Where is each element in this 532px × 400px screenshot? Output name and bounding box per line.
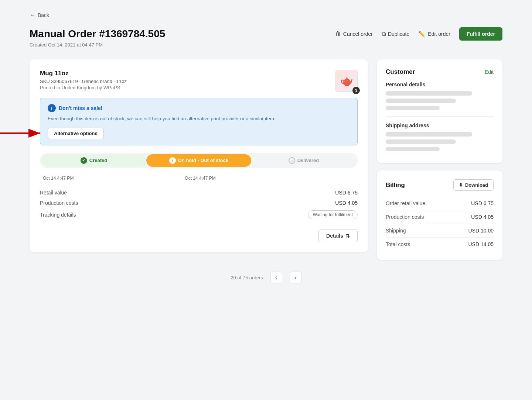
shipping-address-label: Shipping address (386, 123, 494, 128)
production-cost-row: Production costs USD 4.05 (40, 200, 358, 206)
billing-rows: Order retail value USD 6.75 Production c… (386, 197, 494, 251)
customer-card: Customer Edit Personal details Shipping … (377, 59, 502, 163)
personal-detail-3 (386, 106, 440, 110)
status-step-created: ✓ Created (41, 154, 146, 167)
product-sku: SKU 3395067619 · Generic brand · 11oz (40, 79, 127, 84)
details-label: Details (326, 233, 343, 239)
download-button[interactable]: ⬇ Download (453, 179, 494, 191)
billing-title: Billing (386, 182, 405, 189)
step1-label: Created (89, 158, 107, 163)
product-info: Mug 11oz SKU 3395067619 · Generic brand … (40, 70, 127, 90)
product-name: Mug 11oz (40, 70, 127, 77)
production-value: USD 4.05 (335, 200, 358, 206)
cancel-order-button[interactable]: 🗑 Cancel order (335, 31, 373, 37)
step3-label: Delivered (297, 158, 319, 163)
order-title: Manual Order #1369784.505 (30, 28, 165, 40)
alert-title: Don't miss a sale! (59, 105, 102, 111)
personal-detail-2 (386, 99, 456, 103)
annotation-arrow (0, 128, 44, 139)
info-icon: i (48, 104, 56, 112)
back-button[interactable]: ← Back (30, 12, 49, 18)
billing-row-label: Total costs (386, 241, 410, 247)
back-label: Back (38, 12, 49, 18)
personal-details-label: Personal details (386, 82, 494, 87)
status-dates: Oct 14 4:47 PM Oct 14 4:47 PM (40, 176, 358, 181)
trash-icon: 🗑 (335, 31, 341, 37)
created-date: Created Oct 14, 2021 at 04:47 PM (30, 42, 502, 48)
product-provider: Printed in United Kingdom by WPaPS (40, 85, 127, 90)
pagination: 20 of 75 orders ‹ › (30, 272, 502, 283)
date-created: Oct 14 4:47 PM (40, 176, 148, 181)
alternative-options-button[interactable]: Alternative options (48, 128, 104, 139)
address-line-1 (386, 132, 472, 137)
billing-row-value: USD 10.00 (468, 228, 494, 234)
billing-row-label: Shipping (386, 228, 406, 234)
status-bar: ✓ Created i On hold - Out of stock ○ Del… (40, 153, 358, 168)
retail-value: USD 6.75 (335, 190, 358, 196)
alert-box: i Don't miss a sale! Even though this it… (40, 98, 358, 145)
circle-icon: ○ (289, 157, 295, 164)
customer-edit-link[interactable]: Edit (485, 69, 494, 75)
tracking-row: Tracking details Waiting for fulfilment (40, 210, 358, 219)
address-line-3 (386, 147, 440, 151)
billing-row-value: USD 6.75 (471, 200, 494, 206)
fulfill-order-button[interactable]: Fulfill order (459, 27, 502, 41)
check-icon: ✓ (81, 157, 87, 164)
production-label: Production costs (40, 200, 78, 206)
details-button[interactable]: Details ⇅ (318, 230, 358, 242)
status-step-delivered: ○ Delivered (251, 154, 356, 167)
retail-value-row: Retail value USD 6.75 (40, 190, 358, 196)
billing-row-label: Order retail value (386, 200, 425, 206)
tracking-badge: Waiting for fulfilment (308, 210, 358, 219)
prev-page-button[interactable]: ‹ (270, 272, 282, 283)
billing-row: Total costs USD 14.05 (386, 238, 494, 251)
download-icon: ⬇ (459, 182, 463, 188)
duplicate-icon: ⧉ (382, 31, 386, 37)
order-card: Mug 11oz SKU 3395067619 · Generic brand … (30, 59, 368, 252)
billing-row: Production costs USD 4.05 (386, 210, 494, 224)
billing-row-value: USD 14.05 (468, 241, 494, 247)
back-arrow-icon: ← (30, 12, 35, 18)
step2-label: On hold - Out of stock (178, 158, 229, 163)
date-on-hold: Oct 14 4:47 PM (148, 176, 253, 181)
duplicate-button[interactable]: ⧉ Duplicate (382, 31, 409, 37)
billing-card: Billing ⬇ Download Order retail value US… (377, 170, 502, 260)
billing-row: Shipping USD 10.00 (386, 224, 494, 238)
tracking-label: Tracking details (40, 212, 76, 218)
next-page-button[interactable]: › (290, 272, 301, 283)
retail-label: Retail value (40, 190, 67, 196)
billing-row: Order retail value USD 6.75 (386, 197, 494, 210)
personal-detail-1 (386, 91, 472, 96)
billing-row-value: USD 4.05 (471, 214, 494, 220)
status-step-on-hold: i On hold - Out of stock (146, 154, 251, 167)
edit-order-button[interactable]: ✏️ Edit order (418, 31, 450, 38)
alert-body: Even though this item is out of stock, w… (48, 115, 350, 123)
pencil-icon: ✏️ (418, 31, 426, 38)
product-thumbnail: 🫖 1 (335, 70, 358, 92)
download-label: Download (465, 182, 488, 188)
right-panel: Customer Edit Personal details Shipping … (377, 59, 502, 260)
product-quantity-badge: 1 (352, 87, 360, 94)
chevron-updown-icon: ⇅ (345, 233, 350, 239)
customer-title: Customer (386, 68, 415, 76)
duplicate-label: Duplicate (388, 31, 409, 37)
info-circle-icon: i (169, 157, 176, 164)
date-delivered (253, 176, 358, 181)
address-line-2 (386, 139, 456, 144)
pagination-info: 20 of 75 orders (231, 275, 263, 280)
cancel-label: Cancel order (343, 31, 373, 37)
edit-label: Edit order (428, 31, 450, 37)
billing-row-label: Production costs (386, 214, 424, 220)
header-actions: 🗑 Cancel order ⧉ Duplicate ✏️ Edit order… (335, 27, 502, 41)
